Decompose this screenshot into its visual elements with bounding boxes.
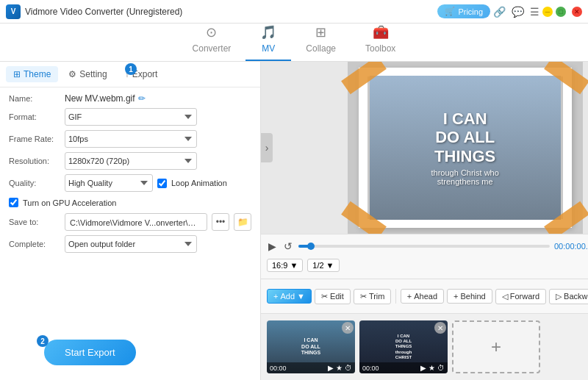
player-row1: ▶ ↺ 00:00:00.000/00:00:04.00 🔊: [267, 239, 588, 254]
theme-label: Theme: [24, 69, 51, 79]
add-clip-button[interactable]: +: [452, 320, 540, 373]
converter-label: Converter: [193, 43, 232, 54]
timeline-clips: I CANDO ALLTHINGS ✕ 00:00 ▶ ★ ⏱ I CA: [261, 314, 588, 380]
resolution-row: Resolution: 1280x720 (720p): [9, 152, 251, 170]
ratio-label: 16:9: [272, 261, 287, 270]
tab-mv[interactable]: 🎵 MV: [245, 20, 291, 61]
titlebar-icons: 🔗 💬 ☰: [493, 6, 539, 18]
tab-toolbox[interactable]: 🧰 Toolbox: [351, 20, 410, 61]
resolution-label: Resolution:: [9, 157, 60, 165]
badge-1: 1: [125, 63, 137, 75]
edit-label: Edit: [330, 292, 344, 301]
clip-2[interactable]: I CANDO ALLTHINGSthroughCHRIST ✕ 00:00 ▶…: [359, 320, 448, 373]
trim-button[interactable]: ✂ Trim: [354, 289, 392, 304]
page-label: 1/2: [312, 261, 323, 270]
ahead-button[interactable]: + Ahead: [401, 289, 444, 304]
progress-thumb: [307, 243, 315, 250]
converter-icon: ⊙: [206, 24, 217, 40]
pricing-icon: 🛒: [445, 7, 455, 16]
clip-1[interactable]: I CANDO ALLTHINGS ✕ 00:00 ▶ ★ ⏱: [267, 320, 355, 373]
add-button[interactable]: + Add ▼: [267, 289, 312, 304]
titlebar-right: 🛒 Pricing 🔗 💬 ☰ ─ □ ✕: [437, 4, 582, 18]
play-button[interactable]: ▶: [267, 239, 278, 254]
clip1-close-button[interactable]: ✕: [342, 322, 354, 334]
complete-row: Complete: Open output folder: [9, 235, 251, 253]
add-plus-icon: +: [273, 292, 278, 301]
resolution-select[interactable]: 1280x720 (720p): [65, 152, 197, 170]
framerate-label: Frame Rate:: [9, 135, 60, 143]
page-chevron: ▼: [326, 261, 334, 270]
complete-label: Complete:: [9, 240, 60, 248]
forward-icon: ◁: [502, 292, 508, 301]
edit-button[interactable]: ✂ Edit: [315, 289, 351, 304]
close-button[interactable]: ✕: [572, 7, 582, 17]
tab-converter[interactable]: ⊙ Converter: [178, 20, 246, 61]
clip2-clock-icon: ⏱: [437, 364, 445, 372]
menu-icon[interactable]: ☰: [530, 6, 539, 18]
backward-icon: ▷: [556, 292, 562, 301]
clip2-close-button[interactable]: ✕: [434, 322, 446, 334]
chat-icon[interactable]: 💬: [512, 6, 524, 18]
format-row: Format: GIF: [9, 108, 251, 126]
subtab-setting[interactable]: ⚙ Setting: [61, 66, 114, 82]
maximize-button[interactable]: □: [556, 7, 566, 17]
edit-icon: ✂: [321, 292, 328, 301]
start-export-button[interactable]: 2 Start Export: [44, 340, 136, 365]
search-icon[interactable]: 🔗: [493, 6, 506, 18]
framerate-select[interactable]: 10fps: [65, 130, 197, 148]
preview-inner: I CANDO ALLTHINGS through Christ whostre…: [370, 76, 561, 220]
quality-select[interactable]: High Quality: [65, 174, 153, 192]
ratio-button[interactable]: 16:9 ▼: [267, 259, 303, 272]
ahead-icon: +: [407, 292, 412, 301]
name-row: Name: New MV.webm.gif ✏: [9, 93, 251, 104]
framerate-row: Frame Rate: 10fps: [9, 130, 251, 148]
complete-select[interactable]: Open output folder: [65, 235, 197, 253]
clip1-text: I CANDO ALLTHINGS: [301, 337, 320, 356]
pricing-button[interactable]: 🛒 Pricing: [437, 4, 490, 18]
subtab-theme[interactable]: ⊞ Theme: [6, 66, 58, 82]
gpu-checkbox[interactable]: [9, 198, 18, 207]
setting-icon: ⚙: [68, 69, 76, 79]
toolbox-label: Toolbox: [365, 43, 395, 54]
gpu-row: Turn on GPU Acceleration: [9, 196, 251, 209]
page-button[interactable]: 1/2 ▼: [307, 259, 339, 272]
clip2-play-icon: ▶: [420, 364, 426, 372]
player-controls: ▶ ↺ 00:00:00.000/00:00:04.00 🔊 16:9 ▼ 1/…: [261, 234, 588, 279]
save-folder-button[interactable]: 📁: [234, 213, 251, 231]
backward-button[interactable]: ▷ Backward: [549, 289, 588, 304]
format-label: Format:: [9, 112, 60, 121]
add-clip-left-button[interactable]: ›: [261, 133, 273, 162]
minimize-button[interactable]: ─: [542, 7, 553, 17]
name-label: Name:: [9, 94, 60, 103]
name-text: New MV.webm.gif: [65, 93, 135, 104]
tab-collage[interactable]: ⊞ Collage: [291, 20, 351, 61]
add-label: Add: [280, 292, 295, 301]
format-select[interactable]: GIF: [65, 108, 197, 126]
name-edit-icon[interactable]: ✏: [138, 93, 146, 104]
replay-button[interactable]: ↺: [282, 239, 294, 254]
mv-icon: 🎵: [260, 24, 276, 40]
progress-bar[interactable]: [298, 245, 550, 248]
app-title: Vidmore Video Converter (Unregistered): [25, 7, 182, 17]
loop-checkbox[interactable]: [157, 179, 167, 188]
mv-label: MV: [262, 43, 275, 54]
titlebar-left: V Vidmore Video Converter (Unregistered): [6, 4, 182, 19]
add-chevron: ▼: [297, 292, 305, 301]
forward-button[interactable]: ◁ Forward: [495, 289, 546, 304]
save-more-button[interactable]: •••: [212, 213, 229, 231]
main-container: ⊞ Theme ⚙ Setting 1 ↑ Export Name: New M…: [0, 62, 588, 380]
loop-label: Loop Animation: [171, 179, 227, 187]
backward-label: Backward: [564, 292, 588, 301]
forward-label: Forward: [510, 292, 539, 301]
save-row: Save to: C:\Vidmore\Vidmore V...onverter…: [9, 213, 251, 231]
behind-button[interactable]: + Behind: [447, 289, 492, 304]
preview-sub-text: through Christ whostrengthens me: [431, 168, 499, 186]
clip2-star-icon: ★: [429, 364, 435, 372]
clip1-star-icon: ★: [336, 364, 343, 372]
nav-tabs: ⊙ Converter 🎵 MV ⊞ Collage 🧰 Toolbox: [0, 24, 588, 62]
timeline-toolbar: + Add ▼ ✂ Edit ✂ Trim + Ahead: [261, 279, 588, 314]
quality-label: Quality:: [9, 179, 60, 187]
toolbox-icon: 🧰: [373, 24, 389, 40]
left-panel: ⊞ Theme ⚙ Setting 1 ↑ Export Name: New M…: [0, 62, 261, 380]
right-panel: › I CANDO ALLTHINGS through Christ whost…: [261, 62, 588, 380]
